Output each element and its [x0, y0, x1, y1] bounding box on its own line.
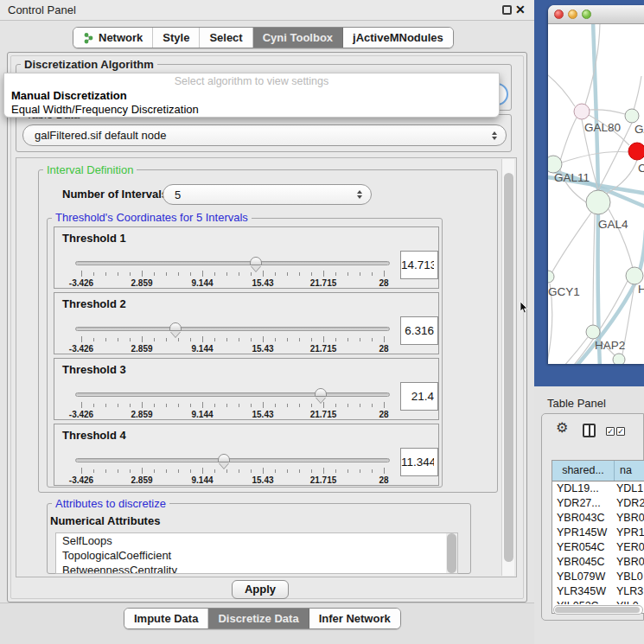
list-item[interactable]: BetweennessCentrality — [56, 563, 457, 574]
threshold-3-panel: Threshold 3 -3.4262.8599.14415.4321.7152… — [54, 358, 439, 420]
table-panel: ⚙ ✓ ✓ shared... na YDL19...YDL1 YDR27...… — [541, 413, 644, 621]
slider-thumb[interactable] — [169, 322, 182, 331]
network-window-titlebar[interactable] — [548, 5, 644, 24]
num-intervals-label: Number of Intervals — [62, 188, 168, 201]
threshold-1-value-input[interactable] — [400, 251, 438, 279]
numerical-attributes-label: Numerical Attributes — [50, 514, 160, 527]
network-canvas[interactable]: GAL80 GA GAL11 C GAL4 GCY1 H HAP2 — [548, 24, 644, 364]
float-window-icon[interactable] — [502, 5, 512, 15]
table-body: YDL19...YDL1 YDR27...YDR2 YBR043CYBR0 YP… — [552, 481, 644, 604]
threshold-2-slider[interactable]: -3.4262.8599.14415.4321.71528 — [75, 324, 390, 354]
close-icon[interactable]: ✕ — [515, 3, 526, 16]
gear-icon[interactable]: ⚙ — [556, 421, 568, 435]
algorithm-group-title: Discretization Algorithm — [21, 58, 157, 71]
node-attribute-table: shared... na YDL19...YDL1 YDR27...YDR2 Y… — [552, 460, 644, 614]
table-horizontal-scrollbar[interactable] — [553, 605, 643, 615]
network-node[interactable] — [586, 325, 600, 339]
panel-title: Control Panel — [8, 3, 76, 16]
split-columns-icon[interactable] — [583, 424, 596, 437]
interval-definition-title: Interval Definition — [43, 163, 137, 176]
threshold-4-value-input[interactable] — [400, 448, 438, 476]
algorithm-popup: Select algorithm to view settings Manual… — [3, 73, 500, 118]
network-view-window: GAL80 GA GAL11 C GAL4 GCY1 H HAP2 — [548, 5, 644, 364]
table-row[interactable]: YIL052CYIL0 — [552, 599, 644, 604]
spinner-arrows-icon — [357, 190, 362, 199]
table-row[interactable]: YDR27...YDR2 — [552, 496, 644, 511]
slider-thumb[interactable] — [218, 454, 230, 462]
node-label: C — [638, 162, 644, 175]
mouse-cursor — [520, 302, 528, 314]
num-intervals-spinner[interactable]: 5 — [163, 184, 372, 205]
table-row[interactable]: YBR043CYBR0 — [552, 511, 644, 526]
attributes-list-scrollbar[interactable] — [446, 533, 457, 573]
popup-hint: Select algorithm to view settings — [4, 75, 499, 87]
minimize-traffic-light-icon[interactable] — [568, 10, 577, 19]
network-node[interactable] — [548, 156, 562, 173]
scrollbar-thumb[interactable] — [555, 607, 640, 613]
table-row[interactable]: YBL079WYBL0 — [552, 570, 644, 584]
tab-cyni-toolbox[interactable]: Cyni Toolbox — [253, 28, 343, 48]
tab-network[interactable]: Network — [73, 28, 153, 48]
cyni-mode-tabs: Impute Data Discretize Data Infer Networ… — [124, 608, 401, 629]
node-label: H — [638, 283, 644, 296]
table-row[interactable]: YER054CYER0 — [552, 540, 644, 555]
threshold-3-slider[interactable]: -3.4262.8599.14415.4321.71528 — [75, 390, 390, 419]
threshold-2-panel: Threshold 2 -3.4262.8599.14415.4321.7152… — [54, 292, 439, 354]
node-label: GA — [634, 123, 644, 136]
screen: Control Panel ✕ Network Style Select Cyn… — [0, 0, 644, 644]
checkbox-icon[interactable]: ✓ — [606, 427, 615, 436]
threshold-4-slider[interactable]: -3.4262.8599.14415.4321.71528 — [75, 456, 390, 485]
network-icon — [83, 32, 94, 44]
network-node[interactable] — [548, 271, 554, 283]
table-panel-area: Table Panel ⚙ ✓ ✓ shared... na YDL19...Y… — [534, 386, 644, 644]
zoom-traffic-light-icon[interactable] — [582, 10, 591, 19]
network-node[interactable] — [574, 104, 590, 119]
attributes-list[interactable]: SelfLoops TopologicalCoefficient Between… — [55, 532, 458, 574]
control-panel-tabs: Network Style Select Cyni Toolbox jActiv… — [73, 27, 454, 48]
attributes-group-title: Attributes to discretize — [52, 497, 169, 510]
threshold-3-value-input[interactable] — [400, 382, 438, 411]
network-node[interactable] — [586, 190, 610, 214]
threshold-4-panel: Threshold 4 -3.4262.8599.14415.4321.7152… — [54, 424, 439, 486]
control-panel-titlebar: Control Panel — [0, 0, 534, 21]
network-node[interactable] — [613, 354, 625, 364]
attributes-scrollbar-thumb[interactable] — [447, 533, 456, 573]
network-node[interactable] — [625, 109, 639, 123]
slider-thumb[interactable] — [315, 388, 327, 397]
network-node[interactable] — [626, 267, 643, 284]
column-header-shared[interactable]: shared... — [552, 461, 615, 481]
threshold-1-slider[interactable]: -3.4262.8599.14415.4321.71528 — [75, 258, 390, 288]
tab-select[interactable]: Select — [200, 28, 252, 48]
table-panel-title: Table Panel — [547, 397, 606, 410]
threshold-1-panel: Threshold 1 -3.4262.8599.14415.4321.7152… — [54, 226, 439, 289]
tab-infer-network[interactable]: Infer Network — [309, 609, 400, 628]
tab-jactivemnodules[interactable]: jActiveMNodules — [343, 28, 453, 48]
list-item[interactable]: TopologicalCoefficient — [56, 548, 457, 563]
node-label: GCY1 — [548, 285, 580, 298]
slider-thumb[interactable] — [250, 257, 262, 265]
main-scrollbar-thumb[interactable] — [504, 173, 513, 562]
network-node-selected[interactable] — [628, 143, 644, 160]
thresholds-group-title: Threshold's Coordinates for 5 Intervals — [52, 211, 252, 224]
spinner-arrows-icon — [492, 131, 497, 140]
node-label: HAP2 — [595, 339, 625, 352]
threshold-2-value-input[interactable] — [400, 316, 438, 345]
node-label: GAL4 — [598, 218, 628, 231]
checkbox-icon[interactable]: ✓ — [616, 427, 625, 436]
popup-item-equal-width[interactable]: Equal Width/Frequency Discretization — [11, 103, 199, 116]
node-label: GAL11 — [554, 171, 590, 184]
tab-style[interactable]: Style — [153, 28, 200, 48]
column-header-name[interactable]: na — [615, 461, 644, 481]
table-row[interactable]: YLR345WYLR3 — [552, 584, 644, 599]
table-data-select[interactable]: galFiltered.sif default node — [22, 124, 507, 146]
table-row[interactable]: YDL19...YDL1 — [552, 481, 644, 496]
apply-button[interactable]: Apply — [232, 580, 289, 599]
main-scrollbar[interactable] — [501, 159, 514, 576]
table-row[interactable]: YBR045CYBR0 — [552, 555, 644, 570]
table-row[interactable]: YPR145WYPR1 — [552, 526, 644, 540]
tab-impute-data[interactable]: Impute Data — [124, 609, 208, 628]
close-traffic-light-icon[interactable] — [554, 10, 564, 19]
tab-discretize-data[interactable]: Discretize Data — [208, 609, 309, 628]
list-item[interactable]: SelfLoops — [56, 533, 457, 548]
popup-item-manual-discretization[interactable]: Manual Discretization — [11, 89, 127, 102]
